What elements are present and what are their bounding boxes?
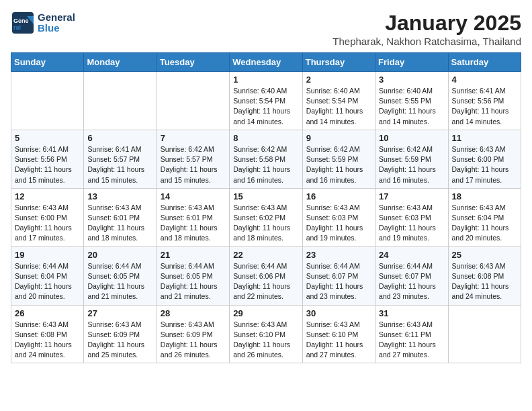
day-info: Sunrise: 6:40 AM Sunset: 5:55 PM Dayligh… [379,86,444,127]
day-number: 29 [233,308,298,318]
day-info: Sunrise: 6:40 AM Sunset: 5:54 PM Dayligh… [306,86,371,127]
weekday-header-friday: Friday [375,53,448,72]
calendar-cell: 30Sunrise: 6:43 AM Sunset: 6:10 PM Dayli… [302,305,375,363]
calendar-cell: 31Sunrise: 6:43 AM Sunset: 6:11 PM Dayli… [375,305,448,363]
day-number: 13 [87,191,152,201]
calendar-cell: 11Sunrise: 6:43 AM Sunset: 6:00 PM Dayli… [448,130,521,188]
weekday-header-saturday: Saturday [448,53,521,72]
location-subtitle: Thepharak, Nakhon Ratchasima, Thailand [332,36,521,47]
page-header: Gene ral General Blue January 2025 Theph… [11,11,521,47]
svg-text:Gene: Gene [13,17,29,24]
day-number: 15 [233,191,298,201]
logo: Gene ral General Blue [11,11,75,35]
weekday-header-sunday: Sunday [11,53,84,72]
calendar-cell: 12Sunrise: 6:43 AM Sunset: 6:00 PM Dayli… [11,188,84,246]
day-number: 22 [233,250,298,260]
day-number: 14 [161,191,226,201]
calendar-week-row: 19Sunrise: 6:44 AM Sunset: 6:04 PM Dayli… [11,246,521,305]
day-number: 24 [379,250,444,260]
day-info: Sunrise: 6:43 AM Sunset: 6:03 PM Dayligh… [306,203,371,244]
day-info: Sunrise: 6:44 AM Sunset: 6:04 PM Dayligh… [15,261,80,302]
calendar-cell: 10Sunrise: 6:42 AM Sunset: 5:59 PM Dayli… [375,130,448,188]
calendar-cell: 29Sunrise: 6:43 AM Sunset: 6:10 PM Dayli… [230,305,302,363]
calendar-cell: 2Sunrise: 6:40 AM Sunset: 5:54 PM Daylig… [302,72,375,130]
calendar-cell: 22Sunrise: 6:44 AM Sunset: 6:06 PM Dayli… [230,246,302,305]
day-number: 17 [379,191,444,201]
day-number: 6 [87,133,152,143]
calendar-cell: 14Sunrise: 6:43 AM Sunset: 6:01 PM Dayli… [157,188,229,246]
logo-general-text: General [38,12,75,24]
day-number: 26 [15,308,80,318]
day-info: Sunrise: 6:43 AM Sunset: 6:10 PM Dayligh… [306,320,371,361]
day-info: Sunrise: 6:43 AM Sunset: 6:10 PM Dayligh… [233,320,298,361]
day-info: Sunrise: 6:43 AM Sunset: 6:01 PM Dayligh… [87,203,152,244]
day-number: 16 [306,191,371,201]
day-number: 8 [233,133,298,143]
day-number: 27 [87,308,152,318]
day-number: 2 [306,75,371,85]
day-number: 4 [452,75,517,85]
day-info: Sunrise: 6:41 AM Sunset: 5:57 PM Dayligh… [87,144,152,185]
day-info: Sunrise: 6:40 AM Sunset: 5:54 PM Dayligh… [233,86,298,127]
calendar-cell: 19Sunrise: 6:44 AM Sunset: 6:04 PM Dayli… [11,246,84,305]
day-info: Sunrise: 6:41 AM Sunset: 5:56 PM Dayligh… [15,144,80,185]
calendar-cell: 20Sunrise: 6:44 AM Sunset: 6:05 PM Dayli… [84,246,157,305]
calendar-cell [157,72,229,130]
day-info: Sunrise: 6:43 AM Sunset: 6:11 PM Dayligh… [379,320,444,361]
calendar-week-row: 1Sunrise: 6:40 AM Sunset: 5:54 PM Daylig… [11,72,521,130]
calendar-cell: 16Sunrise: 6:43 AM Sunset: 6:03 PM Dayli… [302,188,375,246]
day-info: Sunrise: 6:41 AM Sunset: 5:56 PM Dayligh… [452,86,517,127]
calendar-cell: 25Sunrise: 6:43 AM Sunset: 6:08 PM Dayli… [448,246,521,305]
day-number: 18 [452,191,517,201]
calendar-cell: 6Sunrise: 6:41 AM Sunset: 5:57 PM Daylig… [84,130,157,188]
day-info: Sunrise: 6:43 AM Sunset: 6:01 PM Dayligh… [161,203,226,244]
day-number: 5 [15,133,80,143]
calendar-week-row: 26Sunrise: 6:43 AM Sunset: 6:08 PM Dayli… [11,305,521,363]
day-info: Sunrise: 6:43 AM Sunset: 6:04 PM Dayligh… [452,203,517,244]
calendar-cell: 9Sunrise: 6:42 AM Sunset: 5:59 PM Daylig… [302,130,375,188]
day-number: 11 [452,133,517,143]
calendar-cell: 21Sunrise: 6:44 AM Sunset: 6:05 PM Dayli… [157,246,229,305]
day-number: 30 [306,308,371,318]
calendar-cell: 13Sunrise: 6:43 AM Sunset: 6:01 PM Dayli… [84,188,157,246]
day-number: 25 [452,250,517,260]
calendar-cell: 23Sunrise: 6:44 AM Sunset: 6:07 PM Dayli… [302,246,375,305]
day-number: 12 [15,191,80,201]
calendar-week-row: 12Sunrise: 6:43 AM Sunset: 6:00 PM Dayli… [11,188,521,246]
day-info: Sunrise: 6:43 AM Sunset: 6:08 PM Dayligh… [15,320,80,361]
day-number: 19 [15,250,80,260]
calendar-header-row: SundayMondayTuesdayWednesdayThursdayFrid… [11,53,521,72]
day-number: 21 [161,250,226,260]
day-number: 1 [233,75,298,85]
day-info: Sunrise: 6:42 AM Sunset: 5:58 PM Dayligh… [233,144,298,185]
day-number: 10 [379,133,444,143]
logo-icon: Gene ral [11,11,35,35]
day-info: Sunrise: 6:42 AM Sunset: 5:57 PM Dayligh… [161,144,226,185]
calendar-cell: 4Sunrise: 6:41 AM Sunset: 5:56 PM Daylig… [448,72,521,130]
weekday-header-wednesday: Wednesday [230,53,302,72]
calendar-cell: 27Sunrise: 6:43 AM Sunset: 6:09 PM Dayli… [84,305,157,363]
calendar-cell: 24Sunrise: 6:44 AM Sunset: 6:07 PM Dayli… [375,246,448,305]
day-info: Sunrise: 6:44 AM Sunset: 6:05 PM Dayligh… [87,261,152,302]
calendar-cell [448,305,521,363]
weekday-header-monday: Monday [84,53,157,72]
day-info: Sunrise: 6:42 AM Sunset: 5:59 PM Dayligh… [379,144,444,185]
day-number: 28 [161,308,226,318]
calendar-cell [84,72,157,130]
calendar-cell: 8Sunrise: 6:42 AM Sunset: 5:58 PM Daylig… [230,130,302,188]
day-number: 3 [379,75,444,85]
day-info: Sunrise: 6:43 AM Sunset: 6:09 PM Dayligh… [87,320,152,361]
logo-blue-text: Blue [38,23,75,34]
calendar-cell: 28Sunrise: 6:43 AM Sunset: 6:09 PM Dayli… [157,305,229,363]
day-info: Sunrise: 6:43 AM Sunset: 6:00 PM Dayligh… [452,144,517,185]
day-info: Sunrise: 6:44 AM Sunset: 6:05 PM Dayligh… [161,261,226,302]
day-info: Sunrise: 6:43 AM Sunset: 6:00 PM Dayligh… [15,203,80,244]
day-info: Sunrise: 6:43 AM Sunset: 6:09 PM Dayligh… [161,320,226,361]
day-info: Sunrise: 6:44 AM Sunset: 6:06 PM Dayligh… [233,261,298,302]
day-number: 9 [306,133,371,143]
weekday-header-thursday: Thursday [302,53,375,72]
svg-text:ral: ral [13,24,21,31]
day-info: Sunrise: 6:44 AM Sunset: 6:07 PM Dayligh… [306,261,371,302]
calendar-cell: 3Sunrise: 6:40 AM Sunset: 5:55 PM Daylig… [375,72,448,130]
day-info: Sunrise: 6:43 AM Sunset: 6:02 PM Dayligh… [233,203,298,244]
